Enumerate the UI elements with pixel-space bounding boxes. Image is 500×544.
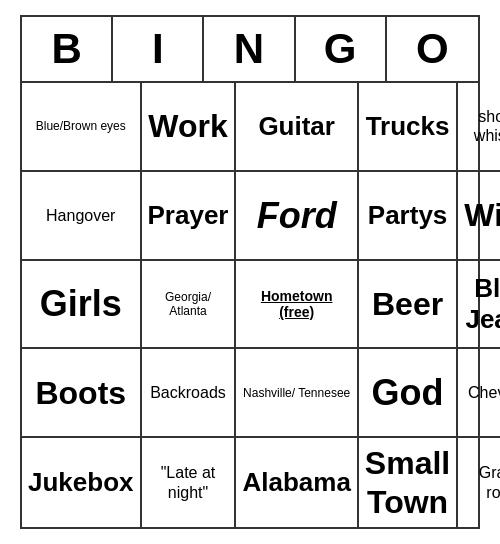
bingo-cell: Trucks bbox=[359, 83, 458, 172]
cell-text: Ford bbox=[257, 194, 337, 237]
bingo-cell: Prayer bbox=[142, 172, 237, 261]
bingo-grid: Blue/Brown eyesWorkGuitarTrucksshot of w… bbox=[22, 83, 478, 527]
cell-text: Nashville/ Tennesee bbox=[243, 386, 350, 400]
cell-text: Work bbox=[148, 107, 227, 145]
cell-text: Blue Jeans bbox=[464, 273, 500, 335]
cell-text: Wine bbox=[464, 196, 500, 234]
cell-text: "Late at night" bbox=[148, 463, 229, 501]
cell-text: Blue/Brown eyes bbox=[36, 119, 126, 133]
cell-text: Hangover bbox=[46, 206, 115, 225]
bingo-cell: Blue/Brown eyes bbox=[22, 83, 142, 172]
bingo-cell: Hangover bbox=[22, 172, 142, 261]
cell-text: God bbox=[372, 371, 444, 414]
bingo-cell: Work bbox=[142, 83, 237, 172]
bingo-cell: Backroads bbox=[142, 349, 237, 438]
bingo-cell: Ford bbox=[236, 172, 358, 261]
cell-text: Girls bbox=[40, 282, 122, 325]
bingo-cell: Girls bbox=[22, 261, 142, 350]
bingo-cell: Jukebox bbox=[22, 438, 142, 527]
header-letter: I bbox=[113, 17, 204, 81]
bingo-cell: Wine bbox=[458, 172, 500, 261]
cell-text: Small Town bbox=[365, 444, 450, 521]
bingo-card: BINGO Blue/Brown eyesWorkGuitarTruckssho… bbox=[20, 15, 480, 529]
bingo-cell: God bbox=[359, 349, 458, 438]
bingo-cell: Beer bbox=[359, 261, 458, 350]
bingo-cell: Nashville/ Tennesee bbox=[236, 349, 358, 438]
bingo-cell: "Late at night" bbox=[142, 438, 237, 527]
bingo-cell: Small Town bbox=[359, 438, 458, 527]
cell-text: Beer bbox=[372, 285, 443, 323]
cell-text: Guitar bbox=[258, 111, 335, 142]
bingo-cell: Hometown (free) bbox=[236, 261, 358, 350]
cell-text: Gravel road bbox=[464, 463, 500, 501]
cell-text: Chevrolet bbox=[468, 383, 500, 402]
header-letter: O bbox=[387, 17, 478, 81]
cell-text: Partys bbox=[368, 200, 448, 231]
bingo-cell: Guitar bbox=[236, 83, 358, 172]
cell-text: Backroads bbox=[150, 383, 226, 402]
bingo-cell: Georgia/ Atlanta bbox=[142, 261, 237, 350]
bingo-cell: Boots bbox=[22, 349, 142, 438]
bingo-cell: Partys bbox=[359, 172, 458, 261]
bingo-header: BINGO bbox=[22, 17, 478, 83]
bingo-cell: Blue Jeans bbox=[458, 261, 500, 350]
bingo-cell: Gravel road bbox=[458, 438, 500, 527]
header-letter: G bbox=[296, 17, 387, 81]
cell-text: Trucks bbox=[366, 111, 450, 142]
header-letter: B bbox=[22, 17, 113, 81]
cell-text: Boots bbox=[35, 374, 126, 412]
cell-text: shot of whiskey bbox=[464, 107, 500, 145]
bingo-cell: Alabama bbox=[236, 438, 358, 527]
bingo-cell: shot of whiskey bbox=[458, 83, 500, 172]
cell-text: Jukebox bbox=[28, 467, 134, 498]
header-letter: N bbox=[204, 17, 295, 81]
cell-text: Alabama bbox=[242, 467, 350, 498]
bingo-cell: Chevrolet bbox=[458, 349, 500, 438]
cell-text: Hometown (free) bbox=[242, 288, 350, 320]
cell-text: Prayer bbox=[148, 200, 229, 231]
cell-text: Georgia/ Atlanta bbox=[148, 290, 229, 319]
